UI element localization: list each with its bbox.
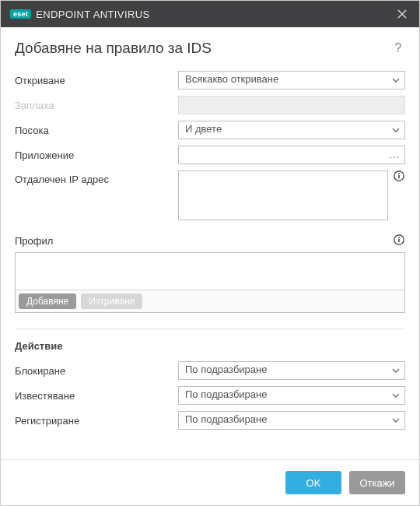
select-block-value: По подразбиране xyxy=(185,364,267,375)
dialog-content: Добавяне на правило за IDS ? Откриване В… xyxy=(1,27,419,459)
select-direction[interactable]: И двете xyxy=(178,121,405,139)
textarea-remote-ip[interactable] xyxy=(178,170,388,220)
profile-section: Профил Добавяне Изтриване xyxy=(15,234,405,313)
label-block: Блокиране xyxy=(15,365,178,377)
input-application[interactable]: ... xyxy=(178,146,405,164)
label-detection: Откриване xyxy=(15,75,178,86)
chevron-down-icon xyxy=(392,418,400,423)
input-threat xyxy=(178,96,405,114)
dialog-footer: OK Откажи xyxy=(1,459,419,505)
dialog-window: eset ENDPOINT ANTIVIRUS Добавяне на прав… xyxy=(0,0,420,506)
label-profile: Профил xyxy=(15,235,53,247)
chevron-down-icon xyxy=(392,128,400,132)
select-direction-value: И двете xyxy=(185,123,222,135)
chevron-down-icon xyxy=(392,78,400,83)
row-log: Регистриране По подразбиране xyxy=(15,411,405,430)
help-icon[interactable]: ? xyxy=(391,41,405,55)
info-icon[interactable] xyxy=(393,234,405,248)
profile-buttons: Добавяне Изтриване xyxy=(16,290,404,312)
titlebar: eset ENDPOINT ANTIVIRUS xyxy=(1,1,419,27)
section-title-action: Действие xyxy=(15,340,405,352)
chevron-down-icon xyxy=(392,393,400,398)
divider xyxy=(15,329,405,329)
select-detection-value: Всякакво откриване xyxy=(185,73,278,85)
select-log[interactable]: По подразбиране xyxy=(178,411,405,430)
chevron-down-icon xyxy=(392,368,400,373)
spacer xyxy=(15,430,405,459)
label-notify: Известяване xyxy=(15,390,178,402)
select-detection[interactable]: Всякакво откриване xyxy=(178,71,405,90)
profile-listbox[interactable]: Добавяне Изтриване xyxy=(15,252,405,313)
add-profile-button[interactable]: Добавяне xyxy=(19,293,76,309)
svg-rect-4 xyxy=(398,173,399,174)
select-notify[interactable]: По подразбиране xyxy=(178,386,405,405)
browse-icon[interactable]: ... xyxy=(389,149,400,160)
row-application: Приложение ... xyxy=(15,146,405,164)
delete-profile-button: Изтриване xyxy=(81,293,142,309)
info-icon[interactable] xyxy=(393,170,405,184)
brand-badge: eset xyxy=(10,9,31,19)
row-direction: Посока И двете xyxy=(15,121,405,139)
label-direction: Посока xyxy=(15,125,178,136)
select-block[interactable]: По подразбиране xyxy=(178,361,405,380)
app-title: ENDPOINT ANTIVIRUS xyxy=(36,9,393,20)
label-remote-ip: Отдалечен IP адрес xyxy=(15,170,178,185)
select-log-value: По подразбиране xyxy=(185,413,267,425)
label-log: Регистриране xyxy=(15,415,178,427)
svg-rect-6 xyxy=(398,239,399,242)
row-detection: Откриване Всякакво откриване xyxy=(15,71,405,90)
close-icon[interactable] xyxy=(393,8,411,21)
row-remote-ip: Отдалечен IP адрес xyxy=(15,170,405,220)
label-application: Приложение xyxy=(15,149,178,161)
row-threat: Заплаха xyxy=(15,96,405,114)
row-block: Блокиране По подразбиране xyxy=(15,361,405,380)
cancel-button[interactable]: Откажи xyxy=(349,471,405,494)
form: Откриване Всякакво откриване Заплаха xyxy=(15,71,405,220)
select-notify-value: По подразбиране xyxy=(185,388,267,400)
profile-list[interactable] xyxy=(16,253,404,290)
page-title: Добавяне на правило за IDS xyxy=(15,40,212,57)
label-threat: Заплаха xyxy=(15,100,178,111)
heading-row: Добавяне на правило за IDS ? xyxy=(15,40,405,57)
profile-header: Профил xyxy=(15,234,405,248)
svg-rect-3 xyxy=(398,175,399,178)
ok-button[interactable]: OK xyxy=(285,471,341,494)
action-form: Блокиране По подразбиране Известяване По… xyxy=(15,361,405,430)
row-notify: Известяване По подразбиране xyxy=(15,386,405,405)
svg-rect-7 xyxy=(398,237,399,237)
